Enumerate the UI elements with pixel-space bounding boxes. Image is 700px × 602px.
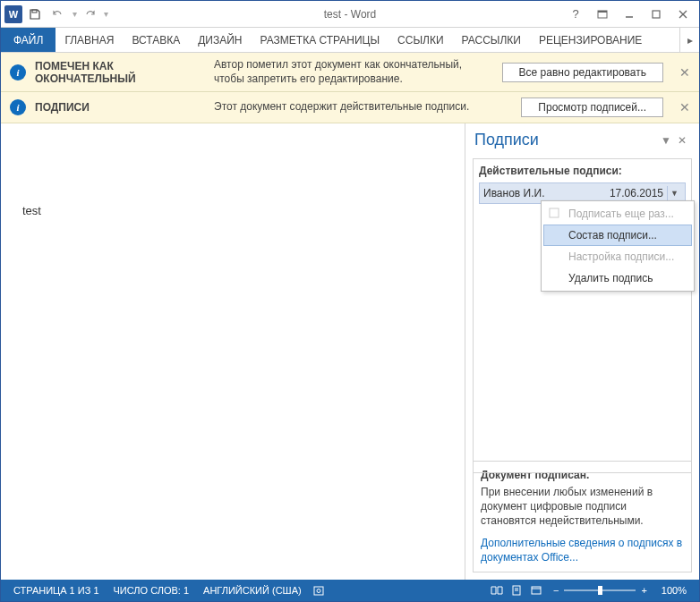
svg-rect-2: [598, 11, 607, 13]
macro-record-icon[interactable]: [309, 584, 329, 597]
svg-point-7: [317, 589, 320, 593]
signature-dropdown-icon[interactable]: ▼: [667, 186, 681, 200]
statusbar: СТРАНИЦА 1 ИЗ 1 ЧИСЛО СЛОВ: 1 АНГЛИЙСКИЙ…: [1, 580, 699, 601]
infobar-signatures: i ПОДПИСИ Этот документ содержит действи…: [1, 92, 699, 123]
infobar-signatures-body: Этот документ содержит действительные по…: [214, 100, 512, 114]
menu-item-label: Удалить подпись: [568, 272, 653, 284]
svg-rect-5: [550, 208, 559, 217]
infobar-final-body: Автор пометил этот документ как окончате…: [214, 58, 493, 86]
view-signatures-button[interactable]: Просмотр подписей...: [521, 98, 663, 117]
redo-icon[interactable]: [79, 4, 100, 25]
signature-context-menu: Подписать еще раз... Состав подписи... Н…: [541, 200, 695, 292]
undo-dropdown-icon[interactable]: ▾: [73, 9, 77, 19]
svg-rect-6: [314, 587, 323, 595]
ribbon-scroll-right-icon[interactable]: ▸: [679, 28, 699, 52]
menu-item-label: Настройка подписи...: [568, 250, 674, 263]
menu-sign-again: Подписать еще раз...: [543, 203, 692, 225]
status-language[interactable]: АНГЛИЙСКИЙ (США): [196, 585, 309, 596]
menu-remove-signature[interactable]: Удалить подпись: [543, 267, 692, 289]
menu-item-label: Состав подписи...: [568, 229, 657, 242]
tab-layout[interactable]: РАЗМЕТКА СТРАНИЦЫ: [252, 28, 389, 52]
signed-status-body: При внесении любых изменений в документ …: [481, 485, 684, 529]
infobar-final-title: ПОМЕЧЕН КАК ОКОНЧАТЕЛЬНЫЙ: [35, 60, 205, 85]
panel-body: Действительные подписи: Иванов И.И. 17.0…: [473, 158, 692, 473]
quick-access-toolbar: W ▾ ▾: [1, 4, 108, 25]
tab-insert[interactable]: ВСТАВКА: [123, 28, 189, 52]
qat-customize-icon[interactable]: ▾: [104, 9, 108, 19]
ribbon-display-icon[interactable]: [590, 4, 615, 25]
signatures-panel: Подписи ▼ ✕ Действительные подписи: Иван…: [465, 123, 699, 580]
undo-icon[interactable]: [47, 4, 69, 25]
zoom-out-icon[interactable]: −: [553, 585, 559, 596]
tab-review[interactable]: РЕЦЕНЗИРОВАНИЕ: [530, 28, 651, 52]
maximize-button[interactable]: [644, 4, 669, 25]
save-icon[interactable]: [24, 4, 46, 25]
infobar-close-icon[interactable]: ✕: [679, 65, 690, 80]
signature-name: Иванов И.И.: [483, 187, 610, 199]
help-icon[interactable]: ?: [563, 4, 588, 25]
signature-date: 17.06.2015: [610, 187, 663, 199]
zoom-slider[interactable]: − +: [546, 585, 654, 596]
zoom-level[interactable]: 100%: [654, 585, 694, 596]
tab-references[interactable]: ССЫЛКИ: [388, 28, 452, 52]
signatures-help-link[interactable]: Дополнительные сведения о подписях в док…: [481, 536, 684, 564]
svg-rect-11: [532, 587, 541, 594]
panel-footer: Документ подписан. При внесении любых из…: [473, 461, 692, 572]
zoom-in-icon[interactable]: +: [641, 585, 646, 596]
close-button[interactable]: [670, 4, 696, 25]
status-page[interactable]: СТРАНИЦА 1 ИЗ 1: [6, 585, 107, 596]
status-word-count[interactable]: ЧИСЛО СЛОВ: 1: [107, 585, 197, 596]
tab-mailings[interactable]: РАССЫЛКИ: [453, 28, 530, 52]
titlebar: W ▾ ▾ test - Word ?: [1, 1, 699, 28]
panel-title: Подписи: [474, 131, 658, 149]
panel-options-icon[interactable]: ▼: [658, 134, 674, 147]
ribbon-tabs: ФАЙЛ ГЛАВНАЯ ВСТАВКА ДИЗАЙН РАЗМЕТКА СТР…: [1, 28, 699, 53]
valid-signatures-label: Действительные подписи:: [479, 165, 686, 177]
infobar-final: i ПОМЕЧЕН КАК ОКОНЧАТЕЛЬНЫЙ Автор помети…: [1, 53, 699, 92]
panel-header: Подписи ▼ ✕: [465, 123, 699, 155]
panel-close-icon[interactable]: ✕: [674, 134, 690, 147]
info-icon: i: [10, 64, 26, 81]
svg-rect-0: [32, 10, 37, 13]
sign-icon: [549, 208, 561, 220]
minimize-button[interactable]: [617, 4, 642, 25]
menu-item-label: Подписать еще раз...: [568, 208, 674, 220]
word-app-icon[interactable]: W: [4, 5, 22, 23]
edit-anyway-button[interactable]: Все равно редактировать: [502, 63, 663, 82]
tab-home[interactable]: ГЛАВНАЯ: [55, 28, 123, 52]
infobar-close-icon[interactable]: ✕: [679, 100, 690, 114]
svg-rect-4: [653, 11, 660, 18]
zoom-track[interactable]: [564, 589, 636, 591]
document-content: test: [22, 204, 447, 217]
tab-design[interactable]: ДИЗАЙН: [189, 28, 251, 52]
infobar-signatures-title: ПОДПИСИ: [35, 101, 205, 114]
view-read-icon[interactable]: [487, 584, 507, 597]
view-print-icon[interactable]: [507, 584, 526, 597]
view-web-icon[interactable]: [526, 584, 546, 597]
main-area: test Подписи ▼ ✕ Действительные подписи:…: [1, 123, 699, 580]
window-controls: ?: [563, 4, 699, 25]
menu-signature-details[interactable]: Состав подписи...: [543, 225, 692, 246]
document-area[interactable]: test: [1, 123, 465, 580]
zoom-thumb[interactable]: [598, 586, 602, 595]
tab-file[interactable]: ФАЙЛ: [1, 28, 55, 52]
info-icon: i: [10, 99, 26, 115]
menu-signature-setup: Настройка подписи...: [543, 246, 692, 267]
